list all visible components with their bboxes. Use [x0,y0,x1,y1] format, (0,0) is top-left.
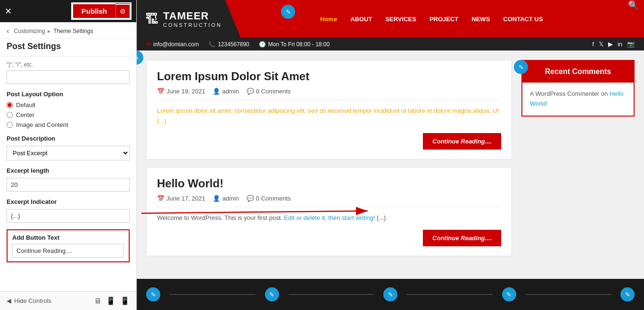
layout-radio-group: Default Center Image and Content [7,101,130,128]
posts-edit-icon[interactable]: ✎ [137,50,143,65]
nav-area: Home ABOUT SERVICES PROJECT NEWS CONTACT… [241,0,622,38]
footer-circle-2[interactable]: ✎ [265,287,279,302]
description-field-group: Post Description Post Excerpt Full Conte… [7,135,130,160]
placeholder-input[interactable] [7,70,130,84]
layout-radio-center[interactable]: Center [7,111,130,118]
hours-info: 🕐 Mon To Fri 08:00 - 18:00 [259,41,330,48]
breadcrumb-separator: ▸ [48,28,50,34]
phone-icon: 📞 [208,41,215,48]
hide-controls-button[interactable]: ◀ Hide Controls [7,297,51,304]
email-text: info@domian.com [153,41,199,48]
footer-circle-3[interactable]: ✎ [383,287,397,302]
nav-contact[interactable]: CONTACT US [498,14,547,25]
post2-excerpt-link[interactable]: Edit or delete it, then start writing! [284,214,375,221]
post2-read-more[interactable]: Continue Reading.... [423,230,501,246]
add-button-label: Add Button Text [12,234,124,241]
post1-date: 📅 June 19, 2021 [157,88,205,95]
excerpt-length-label: Excerpt length [7,167,130,174]
email-icon: ✉ [146,41,151,48]
instagram-icon[interactable]: 📷 [627,41,635,48]
nav-project[interactable]: PROJECT [425,14,463,25]
post-card-2: Hello World! 📅 June 17, 2021 👤 admin 💬 0… [146,167,512,256]
youtube-icon[interactable]: ▶ [608,41,613,48]
nav-services[interactable]: SERVICES [380,14,421,25]
header-edit-icon[interactable]: ✎ [281,5,295,19]
layout-radio-image-content[interactable]: Image and Content [7,121,130,128]
post1-read-more[interactable]: Continue Reading.... [423,133,501,150]
sidebar: ✕ Publish ⚙ ‹ Customizing ▸ Theme Settin… [0,0,137,310]
breadcrumb-current: Theme Settings [53,28,93,34]
post2-excerpt-black: Welcome to WordPress. This is your first… [157,214,282,221]
description-select[interactable]: Post Excerpt Full Content [7,146,130,160]
post1-actions: Continue Reading.... [157,133,501,150]
close-button[interactable]: ✕ [5,6,12,17]
contact-info: ✉ info@domian.com 📞 1234567890 🕐 Mon To … [146,41,330,48]
footer-circle-5[interactable]: ✎ [620,287,635,302]
back-button[interactable]: ‹ [7,27,9,35]
facebook-icon[interactable]: f [592,41,594,48]
footer-circle-4[interactable]: ✎ [502,287,516,302]
twitter-icon[interactable]: 𝕏 [599,41,603,48]
chevron-left-icon: ◀ [7,297,11,304]
mobile-icon[interactable]: 📱 [120,296,130,305]
search-button[interactable]: 🔍 [622,0,644,10]
footer-line-1 [170,294,256,295]
excerpt-indicator-input[interactable] [7,209,130,223]
nav-about[interactable]: ABOUT [346,14,377,25]
recent-comments-widget: Recent Comments A WordPress Commenter on… [521,60,635,117]
post2-date: 📅 June 17, 2021 [157,195,205,202]
post1-meta: 📅 June 19, 2021 👤 admin 💬 0 Comments [157,88,501,100]
post2-author: 👤 admin [213,195,239,202]
post2-comments: 💬 0 Comments [247,195,291,202]
footer-line-4 [526,294,611,295]
logo-area: 🏗 TAMEER CONSTRUCTION [137,0,241,38]
layout-option-group: Post Layout Option Default Center Image … [7,91,130,128]
main-content: ✎ 🏗 TAMEER CONSTRUCTION Home ABOUT SERVI… [137,0,644,310]
field-group-placeholder: "|", "/", etc. [7,61,130,84]
layout-radio-default[interactable]: Default [7,101,130,109]
header-bottom: ✉ info@domian.com 📞 1234567890 🕐 Mon To … [137,38,644,50]
widget-body: A WordPress Commenter on Hello World! [522,83,634,116]
post2-actions: Continue Reading.... [157,230,501,246]
social-icons: f 𝕏 ▶ in 📷 [592,41,635,48]
logo-building-icon: 🏗 [145,11,158,27]
nav-home[interactable]: Home [315,14,342,25]
add-button-input[interactable] [12,244,124,258]
header-top: ✎ 🏗 TAMEER CONSTRUCTION Home ABOUT SERVI… [137,0,644,38]
placeholder-label: "|", "/", etc. [7,61,130,68]
brand-sub: CONSTRUCTION [163,22,222,28]
comment-icon-1: 💬 [247,88,254,95]
widget-edit-icon[interactable]: ✎ [514,60,528,74]
post1-comments: 💬 0 Comments [247,88,291,95]
widget-title: Recent Comments [522,61,634,83]
post-card-1: Lorem Ipsum Dolor Sit Amet 📅 June 19, 20… [146,60,512,159]
excerpt-indicator-label: Excerpt Indicator [7,198,130,205]
footer-line-2 [289,294,374,295]
linkedin-icon[interactable]: in [618,41,622,48]
breadcrumb-home: Customizing [14,28,45,34]
user-icon-2: 👤 [213,195,220,202]
posts-column: Lorem Ipsum Dolor Sit Amet 📅 June 19, 20… [146,60,512,269]
comment-icon-2: 💬 [247,195,254,202]
description-section-title: Post Description [7,135,130,142]
footer-circle-1[interactable]: ✎ [146,287,160,302]
comment-author: A WordPress Commenter [530,90,599,97]
site-footer: ✎ ✎ ✎ ✎ ✎ [137,279,644,310]
sidebar-top-bar: ✕ Publish ⚙ [0,0,136,22]
layout-section-title: Post Layout Option [7,91,130,98]
post1-author: 👤 admin [213,88,239,95]
site-header: ✎ 🏗 TAMEER CONSTRUCTION Home ABOUT SERVI… [137,0,644,50]
gear-button[interactable]: ⚙ [116,4,131,19]
tablet-icon[interactable]: 📱 [106,296,116,305]
hours-text: Mon To Fri 08:00 - 18:00 [268,41,330,48]
phone-text: 1234567890 [218,41,249,48]
post1-excerpt: Lorem ipsum dolor sit amet, consectetur … [157,106,501,126]
add-button-section: Add Button Text [7,229,130,262]
excerpt-length-input[interactable] [7,178,130,192]
nav-news[interactable]: NEWS [467,14,495,25]
desktop-icon[interactable]: 🖥 [94,296,101,305]
publish-button[interactable]: Publish [72,3,116,19]
post2-title: Hello World! [157,177,501,190]
post2-excerpt: Welcome to WordPress. This is your first… [157,213,501,223]
calendar-icon-2: 📅 [157,195,165,202]
